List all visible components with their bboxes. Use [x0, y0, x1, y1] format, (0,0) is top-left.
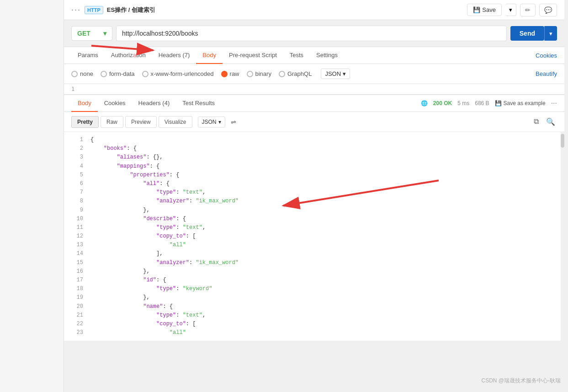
status-code: 200 OK	[433, 100, 452, 106]
radio-binary-circle	[247, 71, 253, 77]
method-select[interactable]: GET ▾	[71, 26, 112, 41]
globe-icon: 🌐	[421, 100, 428, 106]
format-visualize-button[interactable]: Visualize	[159, 116, 192, 128]
radio-raw-label: raw	[230, 70, 239, 77]
line-num-bar: 1	[64, 84, 564, 95]
resp-json-chevron-icon: ▾	[218, 119, 221, 125]
send-dropdown-button[interactable]: ▾	[544, 26, 557, 41]
radio-graphql-label: GraphQL	[287, 70, 312, 77]
request-tabs: Params Authorization Headers (7) Body Pr…	[64, 47, 564, 64]
radio-form-data-label: form-data	[109, 70, 135, 77]
radio-raw[interactable]: raw	[221, 70, 239, 77]
comment-button[interactable]: 💬	[539, 4, 557, 16]
http-badge: HTTP	[85, 6, 103, 14]
tab-settings[interactable]: Settings	[310, 47, 344, 64]
radio-none-circle	[71, 71, 78, 77]
resp-json-select[interactable]: JSON ▾	[198, 117, 225, 127]
radio-urlencoded[interactable]: x-www-form-urlencoded	[142, 70, 214, 77]
format-pretty-button[interactable]: Pretty	[71, 116, 99, 128]
radio-raw-circle	[221, 71, 228, 77]
response-size: 686 B	[475, 100, 489, 106]
format-preview-button[interactable]: Preview	[125, 116, 157, 128]
menu-dots[interactable]: ···	[71, 5, 81, 15]
json-select-label: JSON	[325, 70, 341, 77]
line-number-indicator: 1	[71, 86, 74, 92]
tab-pre-request[interactable]: Pre-request Script	[223, 47, 283, 64]
cookies-link[interactable]: Cookies	[536, 52, 557, 59]
radio-graphql[interactable]: GraphQL	[279, 70, 312, 77]
radio-graphql-circle	[279, 71, 285, 77]
body-type-row: none form-data x-www-form-urlencoded raw…	[64, 64, 564, 84]
radio-form-data-circle	[101, 71, 107, 77]
top-bar: ··· HTTP ES操作 / 创建索引 💾 Save ▾ ✏ 💬	[64, 0, 564, 20]
resp-tab-cookies[interactable]: Cookies	[98, 95, 132, 112]
response-section: Body Cookies Headers (4) Test Results 🌐 …	[64, 95, 564, 392]
radio-urlencoded-label: x-www-form-urlencoded	[151, 70, 214, 77]
line-numbers: 12345 678910 1112131415 1617181920 21222…	[64, 132, 87, 341]
response-status: 🌐 200 OK 5 ms 686 B 💾 Save as example ··…	[421, 99, 557, 107]
json-select[interactable]: JSON ▾	[321, 69, 350, 79]
method-chevron-icon: ▾	[103, 30, 106, 37]
tab-headers[interactable]: Headers (7)	[152, 47, 196, 64]
resp-tab-headers[interactable]: Headers (4)	[132, 95, 176, 112]
save-label: Save	[482, 6, 496, 13]
search-icon[interactable]: 🔍	[544, 116, 557, 128]
code-content: { "books": { "aliases": {}, "mappings": …	[87, 132, 564, 341]
resp-tab-body[interactable]: Body	[71, 95, 98, 112]
response-toolbar: Pretty Raw Preview Visualize JSON ▾ ⇌ ⧉ …	[64, 112, 564, 132]
breadcrumb-current: 创建索引	[132, 6, 155, 13]
format-raw-button[interactable]: Raw	[101, 116, 123, 128]
radio-binary-label: binary	[255, 70, 271, 77]
breadcrumb: ES操作 / 创建索引	[107, 6, 155, 14]
radio-none-label: none	[80, 70, 93, 77]
edit-button[interactable]: ✏	[520, 4, 536, 16]
tab-tests[interactable]: Tests	[283, 47, 310, 64]
scrollbar-thumb[interactable]	[561, 134, 564, 148]
response-header: Body Cookies Headers (4) Test Results 🌐 …	[64, 95, 564, 112]
filter-icon[interactable]: ⇌	[231, 118, 236, 126]
save-example-icon: 💾	[495, 100, 502, 106]
code-area: 12345 678910 1112131415 1617181920 21222…	[64, 132, 564, 341]
more-options-icon[interactable]: ···	[551, 99, 557, 107]
json-chevron-icon: ▾	[343, 70, 346, 77]
radio-form-data[interactable]: form-data	[101, 70, 135, 77]
scrollbar[interactable]	[561, 132, 564, 341]
radio-urlencoded-circle	[142, 71, 149, 77]
beautify-button[interactable]: Beautify	[536, 70, 557, 77]
save-example-label: Save as example	[504, 100, 546, 106]
save-dropdown-button[interactable]: ▾	[505, 4, 516, 16]
tab-params[interactable]: Params	[71, 47, 105, 64]
resp-json-label: JSON	[202, 119, 217, 125]
method-label: GET	[77, 30, 90, 37]
breadcrumb-separator: /	[128, 6, 132, 13]
save-as-example-button[interactable]: 💾 Save as example	[495, 100, 546, 106]
url-bar: GET ▾ Send ▾	[64, 20, 564, 47]
save-button[interactable]: 💾 Save	[467, 4, 502, 16]
save-icon: 💾	[473, 6, 480, 13]
resp-tab-test-results[interactable]: Test Results	[176, 95, 221, 112]
tab-body[interactable]: Body	[196, 47, 223, 64]
radio-binary[interactable]: binary	[247, 70, 271, 77]
tab-authorization[interactable]: Authorization	[105, 47, 152, 64]
response-time: 5 ms	[457, 100, 469, 106]
url-input[interactable]	[116, 26, 507, 41]
radio-none[interactable]: none	[71, 70, 93, 77]
breadcrumb-parent[interactable]: ES操作	[107, 6, 127, 13]
watermark: CSDN @瑞晟技术服务中心-耿瑞	[481, 377, 561, 385]
send-button[interactable]: Send	[510, 26, 544, 41]
copy-icon[interactable]: ⧉	[532, 116, 541, 128]
